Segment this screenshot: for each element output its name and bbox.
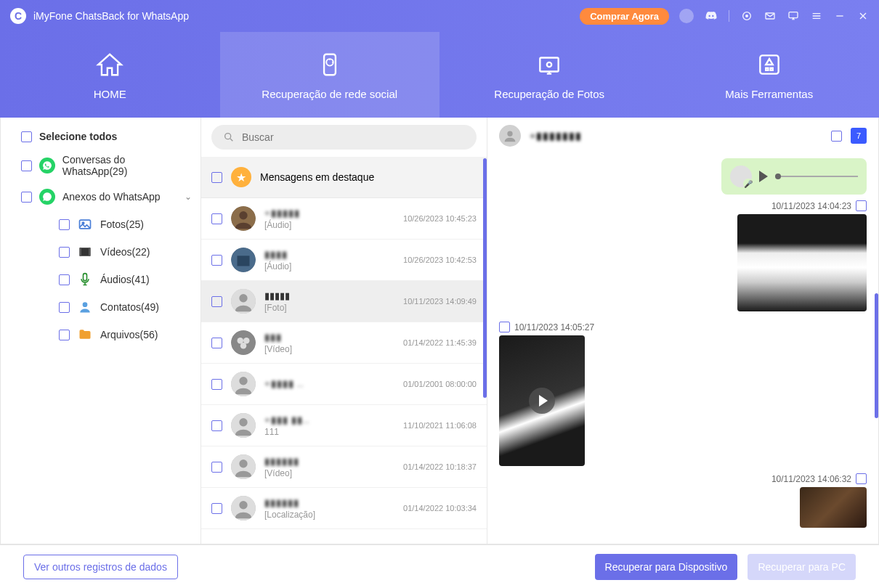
whatsapp-icon [39, 189, 55, 205]
play-icon[interactable] [759, 171, 768, 182]
chat-checkbox[interactable] [211, 462, 222, 473]
attachments-row[interactable]: Anexos do WhatsApp ⌄ [1, 183, 200, 211]
nav-home[interactable]: HOME [0, 32, 220, 118]
feedback-icon[interactable] [787, 10, 799, 22]
audio-message[interactable]: 🎤 [721, 158, 867, 195]
audio-track[interactable] [775, 176, 858, 177]
search-box[interactable] [211, 125, 477, 150]
chat-avatar [231, 413, 256, 438]
conversations-row[interactable]: Conversas do WhatsApp(29) [1, 148, 200, 183]
files-checkbox[interactable] [59, 330, 70, 340]
image-icon [77, 216, 93, 232]
play-icon[interactable] [529, 388, 555, 414]
chat-name: ▮▮▮▮▮ [264, 290, 394, 301]
close-icon[interactable] [857, 10, 869, 22]
chat-subtitle: [Áudio] [264, 220, 394, 230]
videos-checkbox[interactable] [59, 247, 70, 258]
svg-point-24 [240, 343, 247, 349]
contacts-checkbox[interactable] [59, 302, 70, 313]
account-icon[interactable] [679, 9, 694, 23]
video-icon [77, 244, 93, 260]
search-icon [223, 131, 235, 143]
nav-tools-label: Mais Ferramentas [725, 88, 813, 100]
buy-now-button[interactable]: Comprar Agora [580, 8, 669, 25]
photos-label: Fotos(25) [100, 219, 144, 230]
chat-header: +▮▮▮▮▮▮▮ 7 [487, 118, 878, 154]
svg-point-23 [243, 338, 250, 344]
audios-label: Áudios(41) [100, 274, 150, 285]
chat-item[interactable]: ▮▮▮▮▮[Foto]10/11/2023 14:09:49 [201, 281, 487, 322]
svg-point-22 [238, 338, 244, 344]
conversations-checkbox[interactable] [21, 160, 32, 171]
featured-checkbox[interactable] [211, 172, 222, 183]
mail-icon[interactable] [764, 10, 776, 22]
photos-checkbox[interactable] [59, 219, 70, 230]
files-row[interactable]: Arquivos(56) [1, 321, 200, 348]
chat-item[interactable]: ▮▮▮▮▮▮[Vídeo]01/14/2022 10:18:37 [201, 446, 487, 488]
chat-item[interactable]: +▮▮▮ ▮▮..11111/10/2021 11:06:08 [201, 405, 487, 446]
nav-photos-label: Recuperação de Fotos [494, 88, 604, 100]
nav-social-label: Recuperação de rede social [262, 88, 397, 100]
message-checkbox[interactable] [499, 322, 510, 332]
chat-checkbox[interactable] [211, 503, 222, 514]
chat-item[interactable]: +▮▮▮▮▮[Áudio]10/26/2023 10:45:23 [201, 198, 487, 240]
chat-checkbox[interactable] [211, 213, 222, 224]
message-checkbox[interactable] [856, 473, 867, 484]
photos-row[interactable]: Fotos(25) [1, 211, 200, 238]
target-icon[interactable] [741, 10, 753, 22]
chat-checkbox[interactable] [211, 420, 222, 431]
chat-item[interactable]: ▮▮▮▮[Áudio]10/26/2023 10:42:53 [201, 240, 487, 281]
chat-item[interactable]: ▮▮▮▮▮▮[Localização]01/14/2022 10:03:34 [201, 488, 487, 529]
svg-point-30 [239, 460, 247, 467]
contacts-row[interactable]: Contatos(49) [1, 293, 200, 321]
other-records-button[interactable]: Ver outros registros de dados [23, 555, 178, 579]
calendar-icon[interactable]: 7 [851, 128, 867, 144]
attachments-checkbox[interactable] [21, 192, 32, 203]
nav-social-recovery[interactable]: Recuperação de rede social [220, 32, 440, 118]
microphone-icon [77, 271, 93, 287]
recover-to-device-button[interactable]: Recuperar para Dispositivo [595, 554, 738, 580]
titlebar: C iMyFone ChatsBack for WhatsApp Comprar… [0, 0, 879, 32]
audios-row[interactable]: Áudios(41) [1, 266, 200, 293]
chat-avatar [231, 289, 256, 314]
svg-point-33 [507, 131, 512, 136]
chat-checkbox[interactable] [211, 296, 222, 307]
scrollbar[interactable] [483, 158, 487, 398]
chat-item[interactable]: ▮▮▮[Vídeo]01/14/2022 11:45:39 [201, 322, 487, 364]
select-all-row[interactable]: Selecione todos [1, 125, 200, 148]
nav-more-tools[interactable]: Mais Ferramentas [660, 32, 880, 118]
videos-row[interactable]: Vídeos(22) [1, 238, 200, 266]
search-input[interactable] [242, 131, 465, 143]
titlebar-icons [679, 9, 869, 23]
chat-timestamp: 10/26/2023 10:45:23 [403, 214, 477, 223]
nav-photo-recovery[interactable]: Recuperação de Fotos [440, 32, 660, 118]
chat-avatar [231, 248, 256, 272]
chat-name: ▮▮▮ [264, 332, 394, 343]
recover-to-pc-button[interactable]: Recuperar para PC [748, 554, 856, 580]
image-message[interactable] [800, 487, 867, 528]
star-icon: ★ [231, 167, 251, 187]
nav-home-label: HOME [94, 88, 126, 100]
chat-name: +▮▮▮▮▮ [264, 208, 394, 219]
chat-subtitle: 111 [264, 427, 394, 437]
menu-icon[interactable] [811, 10, 822, 22]
audios-checkbox[interactable] [59, 274, 70, 285]
chat-checkbox[interactable] [211, 379, 222, 390]
minimize-icon[interactable] [834, 10, 846, 22]
video-message[interactable] [499, 335, 585, 466]
chat-checkbox[interactable] [211, 338, 222, 348]
header-checkbox[interactable] [831, 131, 842, 142]
discord-icon[interactable] [705, 10, 717, 22]
chat-timestamp: 11/10/2021 11:06:08 [403, 421, 477, 430]
chat-avatar [231, 496, 256, 520]
svg-point-6 [547, 62, 551, 66]
scrollbar[interactable] [875, 293, 878, 418]
chat-avatar [231, 454, 256, 479]
messages-list: 🎤 10/11/2023 14:04:23 10/11/2023 14:05:2… [487, 154, 878, 544]
featured-messages-row[interactable]: ★ Mensagens em destaque [201, 157, 487, 198]
image-message[interactable] [737, 214, 867, 311]
chat-checkbox[interactable] [211, 255, 222, 266]
chat-item[interactable]: +▮▮▮▮ .. 01/01/2001 08:00:00 [201, 364, 487, 405]
message-checkbox[interactable] [856, 200, 867, 211]
select-all-checkbox[interactable] [21, 131, 32, 142]
